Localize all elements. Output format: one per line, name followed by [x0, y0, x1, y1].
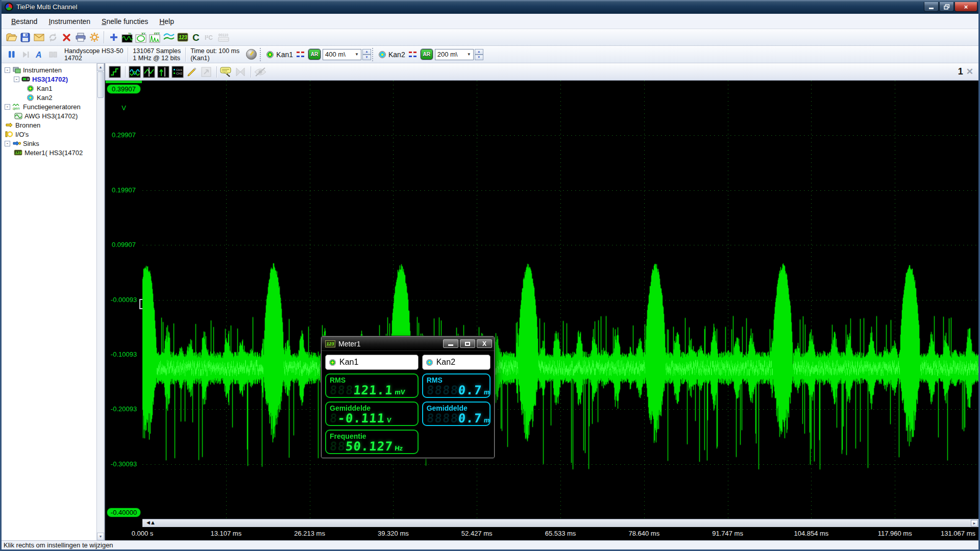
object-tree: - Instrumenten - HS3(14702) Kan1 Kan2 - …	[2, 63, 105, 540]
graph-close-icon[interactable]: ✕	[966, 66, 975, 77]
y-axis-max-box[interactable]: 0.39907	[107, 84, 141, 94]
yt-graph-button[interactable]: Yt	[120, 31, 134, 44]
line-graph-button[interactable]	[162, 31, 176, 44]
coupling-icon[interactable]	[409, 52, 418, 57]
tree-item-hs3[interactable]: - HS3(14702)	[3, 74, 104, 84]
step-down-icon[interactable]: ▼	[475, 55, 483, 60]
hint-button[interactable]	[219, 65, 233, 79]
tree-item-ios[interactable]: I/O's	[3, 130, 104, 139]
zoom-horizontal-button[interactable]	[157, 65, 170, 79]
annotate-button[interactable]	[185, 65, 199, 79]
time-scrollbar[interactable]: ◄▲ ►	[142, 519, 978, 527]
collapse-icon[interactable]: -	[5, 104, 10, 110]
channel2-range-stepper[interactable]: ▲▼	[475, 49, 483, 60]
meter-tab-kan2[interactable]: Kan2	[422, 355, 491, 370]
zoom-vertical-button[interactable]	[142, 65, 156, 79]
channel1-led-icon[interactable]	[266, 51, 274, 58]
collapse-icon[interactable]: -	[5, 141, 10, 146]
phase-meter-button[interactable]: C	[189, 31, 203, 44]
record-button[interactable]	[46, 48, 60, 61]
hide-trace-button[interactable]	[254, 65, 267, 79]
meter-title-bar[interactable]: 123 Meter1 X	[322, 337, 494, 351]
pause-button[interactable]	[5, 48, 18, 61]
meter-window[interactable]: 123 Meter1 X Kan1 Kan2 RMS	[321, 336, 495, 458]
lcd-ghost-digits: 88	[329, 439, 346, 454]
legend-button[interactable]: CH1CH2	[171, 65, 184, 79]
tree-item-kan2[interactable]: Kan2	[3, 93, 104, 102]
meter-minimize-button[interactable]	[443, 339, 458, 348]
one-shot-button[interactable]	[18, 48, 32, 61]
x-tick-label: 13.107 ms	[210, 530, 241, 537]
tree-item-sinks[interactable]: - Sinks	[3, 139, 104, 148]
email-button[interactable]	[32, 31, 46, 44]
channel1-range-stepper[interactable]: ▲▼	[362, 49, 371, 60]
scroll-right-icon[interactable]: ►	[971, 520, 978, 527]
channel2-led-icon[interactable]	[379, 51, 386, 58]
scrollbar-thumb[interactable]	[97, 71, 104, 98]
timeout-knob[interactable]	[246, 49, 257, 60]
delete-button[interactable]	[60, 31, 74, 44]
step-up-icon[interactable]: ▲	[475, 49, 483, 55]
channel1-led-icon	[26, 85, 35, 92]
minimize-button[interactable]	[924, 2, 939, 12]
y-axis-min-box[interactable]: -0.40000	[107, 508, 141, 517]
menu-help[interactable]: Help	[154, 15, 180, 28]
scroll-down-icon[interactable]: ▼	[97, 533, 104, 540]
refresh-button[interactable]	[46, 31, 60, 44]
step-down-icon[interactable]: ▼	[362, 55, 371, 60]
tree-item-kan1[interactable]: Kan1	[3, 84, 104, 93]
print-button[interactable]	[74, 31, 87, 44]
channel2-range-select[interactable]: 200 m\ ▼	[435, 49, 474, 60]
restore-button[interactable]	[939, 2, 954, 12]
counter-button[interactable]: 00110	[217, 31, 231, 44]
settings-button[interactable]	[87, 31, 101, 44]
trigger-position-marker[interactable]: ◄▲	[145, 519, 155, 525]
collapse-icon[interactable]: -	[14, 77, 19, 82]
add-instrument-button[interactable]	[107, 31, 120, 44]
coupling-icon[interactable]	[297, 52, 305, 57]
tree-item-bronnen[interactable]: Bronnen	[3, 120, 104, 130]
tree-item-instrumenten[interactable]: - Instrumenten	[3, 65, 104, 74]
tree-item-awg[interactable]: AWG HS3(14702)	[3, 111, 104, 120]
device-name: Handyscope HS3-50	[64, 47, 123, 55]
meter-maximize-button[interactable]	[460, 339, 475, 348]
scroll-up-icon[interactable]: ▲	[97, 63, 104, 71]
plot-area[interactable]	[142, 81, 978, 519]
autosetup-button[interactable]: A	[32, 48, 46, 61]
refresh-icon	[48, 33, 58, 42]
meter-tab-kan1[interactable]: Kan1	[325, 355, 419, 370]
step-mode-button[interactable]	[108, 65, 121, 79]
x-axis[interactable]: 0.000 s 13.107 ms 26.213 ms 39.320 ms 52…	[105, 527, 978, 540]
generator-icon: gen	[12, 103, 21, 111]
meter-123-icon: 123	[177, 33, 188, 42]
close-zoom-button[interactable]	[234, 65, 247, 79]
meter-close-button[interactable]: X	[477, 339, 492, 348]
yt-mode-button[interactable]	[128, 65, 141, 79]
step-up-icon[interactable]: ▲	[362, 49, 371, 55]
y-axis[interactable]: 0.39907 V 0.29907 0.19907 0.09907 -0.000…	[105, 81, 142, 519]
meter-button[interactable]: 123	[176, 31, 189, 44]
close-button[interactable]: ×	[954, 2, 977, 12]
timeout-value: Time out: 100 ms	[190, 47, 239, 55]
open-button[interactable]	[5, 31, 18, 44]
i2c-button[interactable]: I²C	[203, 31, 217, 44]
tree-item-functiegeneratoren[interactable]: - gen Functiegeneratoren	[3, 102, 104, 111]
menu-bestand[interactable]: Bestand	[6, 15, 43, 28]
svg-text:00110: 00110	[218, 33, 228, 37]
menu-snelle-functies[interactable]: Snelle functies	[96, 15, 154, 28]
save-button[interactable]	[18, 31, 32, 44]
channel1-range-select[interactable]: 400 m\ ▼	[323, 49, 361, 60]
collapse-icon[interactable]: -	[5, 67, 10, 73]
save-disk-icon	[20, 33, 30, 42]
menu-instrumenten[interactable]: Instrumenten	[43, 15, 96, 28]
tree-item-meter1[interactable]: 123 Meter1( HS3(14702	[3, 148, 104, 157]
resize-button[interactable]	[200, 65, 213, 79]
fft-graph-button[interactable]: FFT	[148, 31, 162, 44]
reading-unit: Hz	[395, 444, 403, 452]
channel1-autorange-button[interactable]: AR	[308, 49, 321, 60]
xy-graph-button[interactable]: XY	[134, 31, 148, 44]
y-tick-label: 0.09907	[105, 241, 142, 248]
oscilloscope-icon	[21, 76, 30, 83]
tree-scrollbar[interactable]: ▲ ▼	[96, 63, 104, 540]
channel2-autorange-button[interactable]: AR	[421, 49, 433, 60]
